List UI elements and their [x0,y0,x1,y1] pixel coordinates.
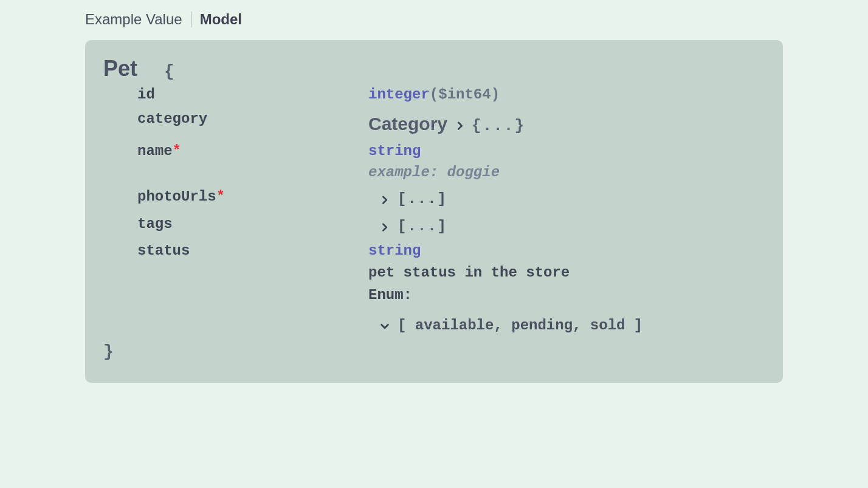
chevron-right-icon[interactable] [379,222,389,232]
model-name: Pet [103,56,137,81]
collapsed-array[interactable]: [...] [398,190,447,209]
chevron-down-icon[interactable] [379,321,389,331]
property-row-tags: tags [...] [137,215,765,236]
tab-separator [191,12,191,27]
type-keyword: string [368,143,421,159]
property-name: photoUrls* [137,187,368,207]
property-type: integer($int64) [368,85,765,105]
property-type: string pet status in the store Enum: [ a… [368,241,765,336]
model-panel: Pet { id integer($int64) category Catego… [85,40,783,383]
chevron-down-icon[interactable] [146,66,156,76]
close-brace: } [103,342,765,361]
enum-values: [ available, pending, sold ] [398,316,642,335]
required-star: * [216,188,225,205]
property-array: [...] [368,215,765,236]
property-row-name: name* string example: doggie [137,142,765,182]
type-keyword: integer [368,86,430,103]
property-array: [...] [368,187,765,209]
property-name: tags [137,215,368,234]
tab-model[interactable]: Model [200,11,242,28]
ref-model-name: Category [368,112,447,137]
chevron-right-icon[interactable] [455,120,464,130]
tabs: Example Value Model [85,11,783,28]
property-row-id: id integer($int64) [137,85,765,105]
collapsed-array[interactable]: [...] [398,217,447,236]
collapsed-object[interactable]: {...} [472,115,525,137]
property-row-status: status string pet status in the store En… [137,241,765,336]
required-star: * [173,143,181,159]
property-name: category [137,109,368,129]
property-example: example: doggie [368,163,765,182]
enum-label: Enum: [368,286,765,305]
open-brace: { [164,62,174,81]
property-ref: Category {...} [368,109,765,137]
chevron-right-icon[interactable] [379,194,389,204]
property-type: string example: doggie [368,142,765,182]
property-name-text: name [137,143,173,159]
model-header: Pet { [103,56,765,81]
property-row-category: category Category {...} [137,109,765,137]
property-row-photourls: photoUrls* [...] [137,187,765,209]
type-format: ($int64) [430,86,500,103]
properties-list: id integer($int64) category Category {..… [137,85,765,336]
property-name: name* [137,142,368,161]
type-keyword: string [368,242,421,259]
property-name-text: photoUrls [137,188,216,205]
tab-example-value[interactable]: Example Value [85,11,182,28]
property-name: id [137,85,368,105]
property-description: pet status in the store [368,263,765,283]
property-name: status [137,241,368,261]
